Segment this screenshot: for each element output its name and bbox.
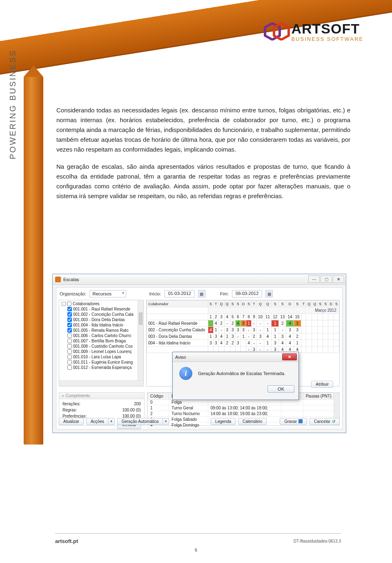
tree-item[interactable]: 001.005 - Renata Ramos Rato bbox=[73, 328, 129, 333]
alert-close-button[interactable]: ✕ bbox=[282, 353, 297, 360]
inicio-label: Início: bbox=[149, 291, 161, 296]
tree-item[interactable]: 001.008 - Custódio Canhoto Cos bbox=[73, 344, 133, 349]
paragraph-1: Considerando todas as necessidades legai… bbox=[56, 105, 350, 154]
document-text: Considerando todas as necessidades legai… bbox=[56, 105, 350, 208]
org-label: Organização: bbox=[60, 291, 86, 296]
minimize-button[interactable]: — bbox=[308, 275, 320, 283]
cumprimento-title: Cumprimento bbox=[66, 393, 90, 398]
tree-item-checkbox[interactable] bbox=[67, 323, 72, 327]
footer-left: artsoft.pt bbox=[55, 538, 78, 544]
chevron-icon[interactable]: » bbox=[62, 393, 64, 398]
info-icon: i bbox=[179, 367, 192, 380]
tree-item-checkbox[interactable] bbox=[67, 317, 72, 322]
tree-item-checkbox[interactable] bbox=[67, 355, 72, 359]
page-number: 6 bbox=[0, 547, 392, 552]
save-icon bbox=[298, 419, 303, 423]
tree-hscrollbar[interactable] bbox=[59, 380, 143, 386]
alert-title: Aviso bbox=[175, 355, 186, 360]
iter-value: 200 bbox=[134, 401, 141, 407]
page-footer: artsoft.pt DT-fltassiduidades-0613.3 bbox=[55, 533, 341, 545]
logo: ARTSOFT BUSINESS SOFTWARE bbox=[263, 20, 363, 42]
tree-item[interactable]: 001.001 - Raul Rafael Resende bbox=[73, 307, 130, 311]
expand-icon[interactable]: - bbox=[62, 302, 66, 306]
logo-icon bbox=[263, 20, 285, 42]
fim-label: Fim: bbox=[220, 291, 229, 296]
window-title: Escalas bbox=[63, 277, 79, 282]
left-orange-column bbox=[24, 77, 43, 445]
grid-daynums: 123456789101112131415 bbox=[147, 314, 339, 320]
colaboradores-tree[interactable]: -Colaboradores 001.001 - Raul Rafael Res… bbox=[59, 300, 144, 387]
tree-item[interactable]: 001.007 - Bertília Bom Braga bbox=[73, 339, 126, 343]
atualizar-button[interactable]: Atualizar bbox=[59, 418, 84, 425]
tree-item[interactable]: 001.004 - Ilda Idalina Inácio bbox=[73, 323, 123, 327]
tree-item-checkbox[interactable] bbox=[67, 365, 72, 370]
tree-item[interactable]: 001.002 - Conceição Cunha Cala bbox=[73, 312, 134, 317]
iter-label: Iterações: bbox=[62, 401, 80, 407]
window-titlebar: Escalas — ▢ ✕ bbox=[53, 274, 346, 285]
tree-item[interactable]: 001.010 - Lara Luísa Lapa bbox=[73, 355, 121, 359]
tree-root-label: Colaboradores bbox=[73, 302, 100, 306]
maximize-button[interactable]: ▢ bbox=[321, 275, 332, 283]
alert-ok-button[interactable]: OK bbox=[267, 385, 294, 393]
close-button[interactable]: ✕ bbox=[333, 275, 344, 283]
tree-item-checkbox[interactable] bbox=[67, 312, 72, 317]
grid-row[interactable]: 003 - Dora Delia Dantas13413-1-2341342 bbox=[147, 333, 339, 340]
grid-month: Março 2012 bbox=[208, 307, 339, 314]
accoes-button[interactable]: Acções▼ bbox=[86, 418, 115, 425]
grid-row[interactable]: 001 - Raul Rafael Resende42-2431---1243 bbox=[147, 320, 339, 327]
table-row: 1Turno Geral09:00 às 13:00; 14:00 às 18:… bbox=[148, 405, 339, 411]
tree-item-checkbox[interactable] bbox=[67, 328, 72, 333]
org-combo[interactable]: Recursos bbox=[89, 290, 126, 297]
atribuir-button[interactable]: Atribuir bbox=[311, 381, 333, 388]
svg-marker-1 bbox=[274, 23, 289, 40]
inicio-input[interactable]: 01-03-2012 bbox=[165, 290, 195, 297]
tree-item-checkbox[interactable] bbox=[67, 344, 72, 349]
grid-header-days: Colaborador STQQSSDSTQQSSDSTQQSSDS bbox=[147, 301, 339, 307]
tree-item-checkbox[interactable] bbox=[67, 349, 72, 354]
colaborador-header: Colaborador bbox=[147, 301, 208, 307]
calendario-button[interactable]: Calendário bbox=[238, 418, 267, 425]
undo-icon: ↺ bbox=[332, 419, 335, 424]
tree-root-checkbox[interactable] bbox=[67, 302, 71, 306]
window-icon bbox=[55, 277, 61, 282]
tree-item-checkbox[interactable] bbox=[67, 339, 72, 343]
tree-item[interactable]: 001.009 - Leonel Lopes Lourenç bbox=[73, 349, 132, 354]
grid-row[interactable]: 004 - Ilda Idalina Inácio3342234--13441 bbox=[147, 340, 339, 346]
footer-right: DT-fltassiduidades-0613.3 bbox=[294, 539, 341, 543]
tree-item-checkbox[interactable] bbox=[67, 360, 72, 364]
filter-row: Organização: Recursos Início: 01-03-2012… bbox=[56, 288, 342, 300]
legenda-button[interactable]: Legenda bbox=[211, 418, 236, 425]
cancelar-button[interactable]: Cancelar↺ bbox=[310, 418, 340, 425]
bottom-toolbar: Atualizar Acções▼ Geração Automática▼ Le… bbox=[59, 416, 340, 427]
table-row: 0Folga bbox=[148, 400, 339, 405]
logo-subtitle: BUSINESS SOFTWARE bbox=[291, 36, 363, 42]
grid-row[interactable]: 002 - Conceição Cunha Calado41-3333-3-11… bbox=[147, 327, 339, 333]
alert-message: Geração Automática de Escalas Terminada. bbox=[198, 371, 285, 376]
window-body: Organização: Recursos Início: 01-03-2012… bbox=[56, 287, 343, 429]
alert-dialog: Aviso ✕ i Geração Automática de Escalas … bbox=[172, 352, 299, 400]
regras-value: 100.00 (0) bbox=[122, 407, 141, 413]
paragraph-2: Na geração de escalas, são ainda apresen… bbox=[56, 162, 350, 201]
logo-name: ARTSOFT bbox=[291, 22, 363, 36]
fim-input[interactable]: 08-03-2012 bbox=[232, 290, 262, 297]
alert-titlebar: Aviso ✕ bbox=[173, 352, 298, 362]
tree-scrollbar[interactable] bbox=[138, 300, 143, 380]
tree-item-checkbox[interactable] bbox=[67, 307, 72, 311]
powering-business-label: POWERING BUSINESS bbox=[8, 49, 18, 159]
geracao-button[interactable]: Geração Automática▼ bbox=[117, 418, 169, 425]
escalas-window: Escalas — ▢ ✕ Organização: Recursos Iníc… bbox=[52, 274, 346, 433]
calendar-icon[interactable]: ▦ bbox=[265, 290, 273, 297]
tree-item-checkbox[interactable] bbox=[67, 333, 72, 338]
tree-item[interactable]: 001.012 - Esmeralda Esperança bbox=[73, 365, 131, 370]
tree-item[interactable]: 001.011 - Eugénia Eunice Evang bbox=[73, 360, 133, 364]
tree-item[interactable]: 001.003 - Dora Delia Dantas bbox=[73, 317, 125, 322]
header-band bbox=[0, 0, 392, 106]
calendar-icon[interactable]: ▦ bbox=[198, 290, 205, 297]
regras-label: Regras: bbox=[62, 407, 77, 413]
tree-item[interactable]: 001.006 - Carlos Carloto Churro bbox=[73, 333, 131, 338]
gravar-button[interactable]: Gravar bbox=[280, 418, 307, 425]
